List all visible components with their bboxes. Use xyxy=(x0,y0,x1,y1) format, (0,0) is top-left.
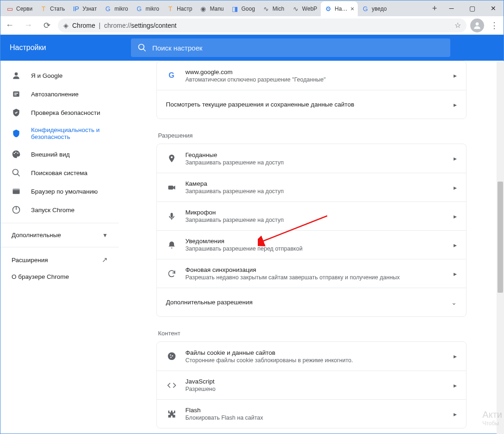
bookmark-star-icon[interactable]: ☆ xyxy=(454,21,461,30)
power-icon xyxy=(12,205,21,214)
page-scrollbar[interactable] xyxy=(497,61,504,434)
recent-site-row[interactable]: G www.google.com Автоматически отключено… xyxy=(157,61,466,90)
view-all-sites-row[interactable]: Посмотреть текущие разрешения и сохранен… xyxy=(157,90,466,119)
browser-tab-active[interactable]: ⚙ Настройки × xyxy=(321,1,358,16)
back-button[interactable]: ← xyxy=(2,18,17,33)
svg-line-2 xyxy=(143,49,146,51)
scrollbar-thumb[interactable] xyxy=(498,182,503,293)
site-info-icon[interactable]: ◈ xyxy=(63,22,68,29)
close-window-button[interactable]: ✕ xyxy=(483,0,504,16)
content-row-code[interactable]: JavaScript Разрешено ▸ xyxy=(157,371,466,399)
browser-tab[interactable]: ∿ Mich xyxy=(259,1,288,16)
tab-title: уведо xyxy=(372,6,386,12)
sidebar-extensions-link[interactable]: Расширения ↗ xyxy=(0,251,119,269)
person-icon xyxy=(12,71,21,80)
permission-row-mic[interactable]: Микрофон Запрашивать разрешение на досту… xyxy=(157,201,466,230)
additional-permissions-toggle[interactable]: Дополнительные разрешения ⌄ xyxy=(157,288,466,316)
permission-row-location[interactable]: Геоданные Запрашивать разрешение на дост… xyxy=(157,144,466,173)
tab-favicon: ◨ xyxy=(231,5,239,13)
sidebar-item-label: Я и Google xyxy=(31,72,62,79)
new-tab-button[interactable]: + xyxy=(428,0,441,16)
browser-tab[interactable]: G уведо xyxy=(358,1,390,16)
chevron-right-icon: ▸ xyxy=(454,382,457,389)
svg-point-20 xyxy=(168,352,175,360)
toolbar: ← → ⟳ ◈ Chrome | chrome://settings/conte… xyxy=(0,16,504,35)
url-scheme: Chrome xyxy=(72,22,95,29)
permissions-section-header: Разрешения xyxy=(156,119,467,144)
tab-favicon: T xyxy=(40,5,47,13)
tab-title: WebP xyxy=(302,6,317,12)
palette-icon xyxy=(12,150,21,159)
permission-row-sync[interactable]: Фоновая синхронизация Разрешать недавно … xyxy=(157,259,466,288)
settings-search-input[interactable] xyxy=(152,44,444,52)
sidebar-extensions-label: Расширения xyxy=(12,257,48,264)
browser-tab[interactable]: G mikro xyxy=(100,1,131,16)
chevron-right-icon: ▸ xyxy=(454,241,457,249)
tab-favicon: G xyxy=(104,5,112,13)
reload-button[interactable]: ⟳ xyxy=(39,18,54,33)
settings-search-box[interactable] xyxy=(131,38,450,57)
sync-icon xyxy=(166,268,177,279)
sidebar-item-shield-check[interactable]: Проверка безопасности xyxy=(0,103,119,122)
close-tab-icon[interactable]: × xyxy=(350,6,354,12)
google-favicon: G xyxy=(166,70,177,81)
content-section-header: Контент xyxy=(156,317,467,341)
sidebar-advanced-toggle[interactable]: Дополнительные ▼ xyxy=(0,227,119,243)
sidebar-item-palette[interactable]: Внешний вид xyxy=(0,145,119,164)
bell-icon xyxy=(166,239,177,251)
autofill-icon xyxy=(12,89,21,99)
sidebar-item-power[interactable]: Запуск Chrome xyxy=(0,201,119,219)
forward-button[interactable]: → xyxy=(21,18,36,33)
code-icon xyxy=(166,380,177,391)
permission-row-bell[interactable]: Уведомления Запрашивать разрешение перед… xyxy=(157,230,466,259)
settings-header: Настройки xyxy=(0,35,504,61)
browser-tab[interactable]: ∿ WebP xyxy=(288,1,321,16)
content-row-cookie[interactable]: Файлы cookie и данные сайтов Сторонние ф… xyxy=(157,342,466,371)
sidebar-item-autofill[interactable]: Автозаполнение xyxy=(0,85,119,103)
sidebar-about-link[interactable]: О браузере Chrome xyxy=(0,269,119,285)
svg-rect-18 xyxy=(170,213,173,217)
browser-tab[interactable]: IP Узнат xyxy=(68,1,100,16)
row-title: Flash xyxy=(186,407,445,414)
sidebar-item-label: Проверка безопасности xyxy=(31,109,100,116)
svg-point-8 xyxy=(15,152,17,153)
maximize-button[interactable]: ▢ xyxy=(462,0,483,16)
browser-icon xyxy=(12,187,21,196)
sidebar-divider xyxy=(0,247,119,247)
tab-favicon: T xyxy=(167,5,174,13)
tab-favicon: G xyxy=(361,5,369,13)
svg-rect-4 xyxy=(13,91,19,97)
address-bar[interactable]: ◈ Chrome | chrome://settings/content ☆ xyxy=(58,19,467,32)
shield-icon xyxy=(12,129,21,138)
settings-content-scroll[interactable]: G www.google.com Автоматически отключено… xyxy=(147,61,476,434)
camera-icon xyxy=(166,182,177,193)
row-title: JavaScript xyxy=(186,378,445,385)
content-row-puzzle[interactable]: Flash Блокировать Flash на сайтах ▸ xyxy=(157,399,466,428)
sidebar-item-browser[interactable]: Браузер по умолчанию xyxy=(0,182,119,201)
browser-tab[interactable]: ◉ Manu xyxy=(196,1,227,16)
row-subtitle: Запрашивать разрешение на доступ xyxy=(186,188,445,195)
sidebar-item-search[interactable]: Поисковая система xyxy=(0,164,119,182)
browser-tab[interactable]: G mikro xyxy=(132,1,163,16)
chevron-right-icon: ▸ xyxy=(454,410,457,418)
chrome-menu-button[interactable]: ⋮ xyxy=(488,20,501,31)
browser-tab[interactable]: ▭ Серви xyxy=(2,1,36,16)
profile-avatar[interactable] xyxy=(470,19,484,32)
browser-tab[interactable]: T Настр xyxy=(163,1,196,16)
permission-row-camera[interactable]: Камера Запрашивать разрешение на доступ … xyxy=(157,173,466,201)
sidebar-item-label: Запуск Chrome xyxy=(31,207,75,214)
window-controls: ─ ▢ ✕ xyxy=(441,0,504,16)
recent-site-title: www.google.com xyxy=(186,69,445,75)
recent-site-sub: Автоматически отключено разрешение "Геод… xyxy=(186,76,445,83)
sidebar-item-label: Конфиденциальность и безопасность xyxy=(31,126,108,140)
row-subtitle: Сторонние файлы cookie заблокированы в р… xyxy=(186,357,445,364)
row-subtitle: Запрашивать разрешение перед отправкой xyxy=(186,245,445,252)
browser-tab[interactable]: ◨ Goog xyxy=(228,1,259,16)
browser-tab[interactable]: T Стать xyxy=(36,1,68,16)
minimize-button[interactable]: ─ xyxy=(441,0,462,16)
sidebar-item-shield[interactable]: Конфиденциальность и безопасность xyxy=(0,122,119,145)
tab-favicon: IP xyxy=(72,5,80,13)
url-dim: chrome:// xyxy=(104,22,131,29)
tab-title: Manu xyxy=(210,6,224,12)
sidebar-item-person[interactable]: Я и Google xyxy=(0,66,119,85)
